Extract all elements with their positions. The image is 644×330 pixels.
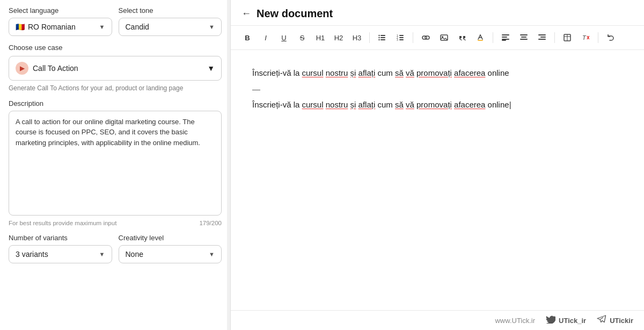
underlined-word: promovați [416, 100, 452, 109]
svg-rect-2 [380, 39, 385, 40]
editor-toolbar: B I U S H1 H2 H3 1 2 [231, 26, 644, 50]
undo-button[interactable] [603, 30, 619, 45]
chevron-down-icon: ▼ [99, 251, 105, 257]
description-count: 179/200 [199, 220, 222, 226]
svg-point-3 [378, 35, 379, 36]
chevron-down-icon: ▼ [99, 24, 105, 30]
underlined-word: și [350, 68, 356, 77]
underlined-word: vă [406, 100, 414, 109]
svg-text:T: T [582, 34, 587, 41]
svg-point-5 [378, 39, 379, 40]
chevron-down-icon: ▼ [209, 251, 215, 257]
chevron-down-icon: ▼ [207, 64, 215, 73]
underlined-word: nostru [326, 100, 348, 109]
underlined-word: să [395, 100, 404, 109]
tone-group: Select tone Candid ▼ [119, 6, 222, 36]
chevron-down-icon: ▼ [209, 24, 215, 30]
tone-label: Select tone [119, 6, 222, 15]
variants-label: Number of variants [9, 234, 112, 242]
underlined-word: nostru [326, 68, 348, 77]
language-value: RO Romanian [28, 23, 76, 31]
twitter-handle: UTick_ir [559, 317, 586, 325]
svg-rect-6 [399, 35, 404, 36]
document-title: New document [257, 8, 333, 20]
toolbar-separator [598, 32, 598, 43]
language-group: Select language 🇷🇴 RO Romanian ▼ [9, 6, 112, 36]
underline-button[interactable]: U [276, 30, 292, 45]
align-left-button[interactable] [497, 30, 514, 45]
svg-rect-0 [380, 35, 385, 36]
creativity-label: Creativity level [119, 234, 222, 242]
telegram-social: UTickir [597, 315, 633, 326]
svg-rect-20 [520, 34, 528, 35]
toolbar-separator [413, 32, 413, 43]
toolbar-separator [554, 32, 555, 43]
image-button[interactable] [436, 30, 452, 45]
description-textarea[interactable]: A call to action for our online digital … [9, 111, 222, 216]
description-label: Description [9, 99, 222, 107]
bullet-list-button[interactable] [374, 30, 390, 45]
svg-rect-23 [538, 34, 546, 35]
footer-bar: www.UTick.ir UTick_ir UTickir [231, 310, 644, 330]
svg-rect-16 [502, 34, 509, 35]
underlined-word: afacerea [454, 100, 485, 109]
svg-rect-17 [502, 37, 507, 38]
svg-rect-18 [502, 39, 509, 40]
numbered-list-button[interactable]: 1 2 3 [392, 30, 408, 45]
tone-select[interactable]: Candid ▼ [119, 18, 222, 36]
svg-rect-25 [538, 39, 546, 40]
svg-point-4 [378, 37, 379, 38]
variants-value: 3 variants [16, 250, 48, 259]
bold-button[interactable]: B [239, 30, 255, 45]
h3-button[interactable]: H3 [349, 30, 365, 45]
h1-button[interactable]: H1 [312, 30, 328, 45]
text-line-2: Înscrieți-vă la cursul nostru și aflați … [252, 98, 623, 112]
svg-rect-22 [520, 39, 528, 40]
use-case-select[interactable]: ▶ Call To Action ▼ [9, 56, 222, 81]
language-select[interactable]: 🇷🇴 RO Romanian ▼ [9, 18, 112, 36]
underlined-word: să [395, 68, 404, 77]
svg-rect-15 [478, 40, 483, 41]
quote-button[interactable] [454, 30, 470, 45]
telegram-handle: UTickir [610, 317, 633, 325]
toolbar-separator [369, 32, 370, 43]
table-button[interactable] [559, 30, 575, 45]
svg-rect-19 [502, 40, 506, 41]
align-center-button[interactable] [516, 30, 532, 45]
use-case-label: Choose use case [9, 44, 222, 52]
use-case-icon: ▶ [16, 62, 28, 75]
creativity-select[interactable]: None ▼ [119, 245, 222, 263]
svg-text:3: 3 [397, 38, 398, 41]
variants-select[interactable]: 3 variants ▼ [9, 245, 112, 263]
creativity-value: None [126, 250, 143, 259]
underlined-word: cursul [302, 68, 324, 77]
variants-group: Number of variants 3 variants ▼ [9, 234, 112, 263]
link-button[interactable] [418, 30, 434, 45]
flag-icon: 🇷🇴 [16, 23, 25, 31]
document-header: ← New document [231, 0, 644, 26]
highlight-button[interactable] [472, 30, 488, 45]
underlined-word: afacerea [454, 68, 485, 77]
twitter-icon [546, 315, 555, 326]
back-button[interactable]: ← [241, 8, 251, 19]
svg-rect-24 [540, 37, 546, 38]
underlined-word: și [350, 100, 356, 109]
document-content[interactable]: Înscrieți-vă la cursul nostru și aflați … [231, 50, 644, 310]
underlined-word: aflați [358, 100, 376, 109]
tone-value: Candid [126, 23, 149, 31]
svg-rect-8 [399, 39, 404, 40]
align-right-button[interactable] [534, 30, 550, 45]
svg-rect-7 [399, 37, 404, 38]
svg-rect-21 [521, 37, 526, 38]
left-panel: Select language 🇷🇴 RO Romanian ▼ Select … [0, 0, 231, 330]
text-line-1: Înscrieți-vă la cursul nostru și aflați … [252, 66, 623, 80]
description-hint: For best results provide maximum input [9, 220, 116, 226]
text-divider: — [252, 84, 623, 94]
italic-button[interactable]: I [258, 30, 274, 45]
clear-format-button[interactable]: T [577, 30, 594, 45]
strikethrough-button[interactable]: S [294, 30, 310, 45]
svg-point-13 [442, 36, 443, 38]
creativity-group: Creativity level None ▼ [119, 234, 222, 263]
h2-button[interactable]: H2 [331, 30, 347, 45]
svg-rect-1 [380, 37, 385, 38]
